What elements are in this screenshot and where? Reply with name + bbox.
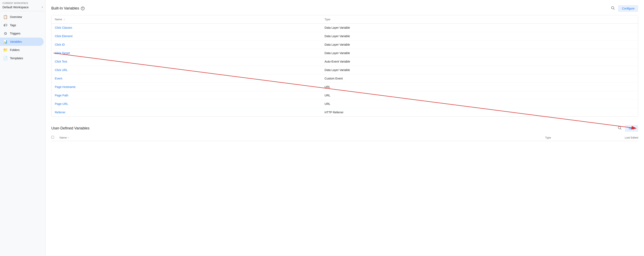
- udv-select-all-checkbox[interactable]: [51, 136, 54, 138]
- builtin-col-name[interactable]: Name ↑: [52, 15, 321, 23]
- sidebar-item-label-triggers: Triggers: [10, 32, 20, 35]
- builtin-table-row: Referrer HTTP Referrer: [52, 108, 638, 117]
- builtin-variable-link[interactable]: Page Hostname: [55, 85, 76, 89]
- builtin-row-type: URL: [321, 91, 638, 100]
- builtin-row-name: Click URL: [52, 66, 321, 74]
- builtin-table-row: Click ID Data Layer Variable: [52, 40, 638, 49]
- builtin-table-row: Click Text Auto-Event Variable: [52, 57, 638, 66]
- sidebar-item-label-folders: Folders: [10, 48, 20, 52]
- sidebar-item-folders[interactable]: 📁 Folders: [0, 46, 44, 54]
- builtin-row-type: Data Layer Variable: [321, 66, 638, 74]
- builtin-title-text: Built-In Variables: [51, 6, 79, 10]
- builtin-row-type: Data Layer Variable: [321, 23, 638, 32]
- builtin-row-name: Referrer: [52, 108, 321, 117]
- builtin-table-row: Click Target Data Layer Variable: [52, 49, 638, 57]
- tags-icon: 🏷: [3, 23, 8, 27]
- builtin-help-icon[interactable]: ?: [81, 6, 84, 10]
- svg-line-1: [614, 9, 615, 10]
- builtin-col-type: Type: [321, 15, 638, 23]
- canvas-wrapper: Built-In Variables ? Configure N: [51, 5, 638, 251]
- builtin-table-row: Event Custom Event: [52, 74, 638, 83]
- builtin-table-container: Name ↑ Type Click Classes Data Layer Var…: [51, 15, 638, 117]
- builtin-row-type: URL: [321, 83, 638, 91]
- workspace-section: CURRENT WORKSPACE Default Workspace ›: [0, 0, 45, 11]
- sidebar-item-label-tags: Tags: [10, 23, 16, 27]
- builtin-section-title: Built-In Variables ?: [51, 6, 84, 10]
- builtin-table-row: Page Path URL: [52, 91, 638, 100]
- sidebar-item-label-templates: Templates: [10, 57, 23, 60]
- builtin-row-type: URL: [321, 100, 638, 108]
- udv-actions: New: [617, 125, 638, 132]
- builtin-variable-link[interactable]: Click URL: [55, 68, 68, 72]
- builtin-variable-link[interactable]: Click ID: [55, 43, 65, 46]
- builtin-table-row: Page Hostname URL: [52, 83, 638, 91]
- sidebar: CURRENT WORKSPACE Default Workspace › 📋 …: [0, 0, 46, 256]
- builtin-variable-link[interactable]: Event: [55, 77, 62, 80]
- builtin-row-type: HTTP Referrer: [321, 108, 638, 117]
- builtin-row-name: Click Target: [52, 49, 321, 57]
- new-variable-button[interactable]: New: [625, 125, 638, 132]
- udv-title-text: User-Defined Variables: [51, 126, 90, 130]
- udv-table-header: Name ↑ Type Last Edited: [51, 134, 638, 141]
- builtin-row-name: Click Element: [52, 32, 321, 40]
- builtin-variable-link[interactable]: Click Classes: [55, 26, 72, 29]
- builtin-variable-link[interactable]: Page Path: [55, 94, 68, 97]
- sidebar-item-overview[interactable]: 📋 Overview: [0, 13, 44, 21]
- sidebar-item-variables[interactable]: 📊 Variables: [0, 38, 44, 46]
- name-sort-icon: ↑: [64, 18, 65, 21]
- sidebar-item-tags[interactable]: 🏷 Tags: [0, 21, 44, 29]
- builtin-search-button[interactable]: [610, 5, 616, 12]
- sidebar-item-label-overview: Overview: [10, 15, 22, 18]
- search-icon: [611, 6, 615, 10]
- builtin-row-name: Click ID: [52, 40, 321, 49]
- configure-button[interactable]: Configure: [618, 5, 638, 12]
- builtin-table-row: Click Classes Data Layer Variable: [52, 23, 638, 32]
- workspace-name-button[interactable]: Default Workspace ›: [2, 5, 43, 9]
- builtin-section-header: Built-In Variables ? Configure: [51, 5, 638, 12]
- workspace-name-text: Default Workspace: [2, 5, 28, 9]
- builtin-row-type: Data Layer Variable: [321, 40, 638, 49]
- builtin-row-name: Page Path: [52, 91, 321, 100]
- builtin-table-row: Page URL URL: [52, 100, 638, 108]
- builtin-row-name: Page URL: [52, 100, 321, 108]
- builtin-variable-link[interactable]: Click Text: [55, 60, 67, 63]
- builtin-row-name: Click Classes: [52, 23, 321, 32]
- builtin-row-type: Custom Event: [321, 74, 638, 83]
- sidebar-item-triggers[interactable]: ⊙ Triggers: [0, 29, 44, 38]
- builtin-variable-link[interactable]: Referrer: [55, 111, 65, 114]
- builtin-row-name: Click Text: [52, 57, 321, 66]
- builtin-section-actions: Configure: [610, 5, 638, 12]
- folders-icon: 📁: [3, 48, 8, 52]
- variables-icon: 📊: [3, 40, 8, 44]
- builtin-row-name: Event: [52, 74, 321, 83]
- sidebar-item-label-variables: Variables: [10, 40, 22, 43]
- svg-line-3: [620, 128, 622, 130]
- overview-icon: 📋: [3, 15, 8, 19]
- builtin-table: Name ↑ Type Click Classes Data Layer Var…: [52, 15, 638, 117]
- udv-search-button[interactable]: [617, 125, 622, 132]
- workspace-label: CURRENT WORKSPACE: [2, 2, 43, 4]
- udv-col-name[interactable]: Name ↑: [60, 136, 545, 139]
- builtin-table-row: Click Element Data Layer Variable: [52, 32, 638, 40]
- udv-name-sort-icon: ↑: [68, 136, 69, 139]
- udv-col-type: Type: [545, 136, 597, 139]
- user-defined-section: User-Defined Variables New Name: [51, 122, 638, 141]
- templates-icon: 📄: [3, 56, 8, 60]
- udv-search-icon: [618, 126, 622, 130]
- builtin-variable-link[interactable]: Click Target: [55, 51, 70, 55]
- builtin-row-type: Auto-Event Variable: [321, 57, 638, 66]
- main-content: Built-In Variables ? Configure N: [46, 0, 644, 256]
- udv-col-check: [51, 136, 60, 139]
- builtin-table-header-row: Name ↑ Type: [52, 15, 638, 23]
- triggers-icon: ⊙: [3, 31, 8, 35]
- builtin-variable-link[interactable]: Click Element: [55, 34, 72, 38]
- builtin-table-body: Click Classes Data Layer Variable Click …: [52, 23, 638, 117]
- sidebar-nav: 📋 Overview 🏷 Tags ⊙ Triggers 📊 Variables…: [0, 11, 45, 256]
- builtin-row-type: Data Layer Variable: [321, 32, 638, 40]
- udv-header: User-Defined Variables New: [51, 122, 638, 134]
- sidebar-item-templates[interactable]: 📄 Templates: [0, 54, 44, 62]
- workspace-chevron-icon: ›: [42, 5, 43, 9]
- builtin-variable-link[interactable]: Page URL: [55, 102, 68, 106]
- builtin-row-name: Page Hostname: [52, 83, 321, 91]
- udv-col-last-edited: Last Edited: [597, 136, 638, 139]
